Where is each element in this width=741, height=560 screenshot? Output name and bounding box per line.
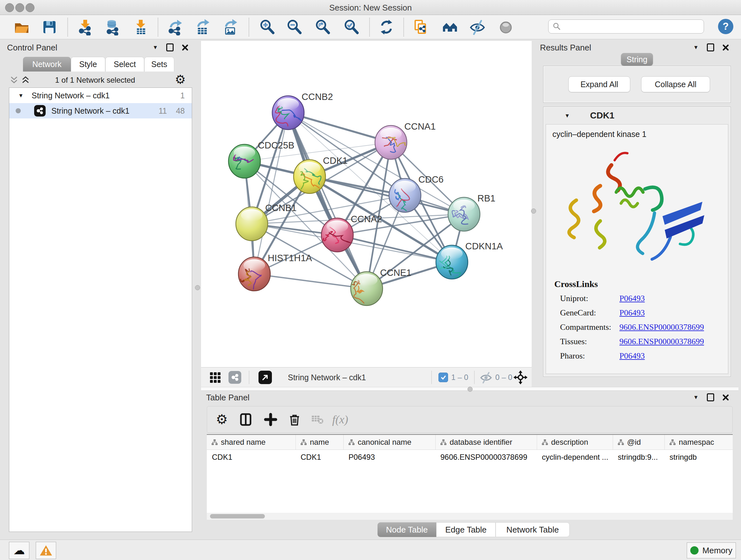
- network-node-CDKN1A[interactable]: [436, 245, 468, 279]
- export-image-button[interactable]: [221, 18, 239, 36]
- crosslink-row: Pharos:P06493: [560, 351, 645, 361]
- function-builder-button[interactable]: f(x): [331, 407, 350, 433]
- column-header-canonical-name[interactable]: canonical name: [343, 435, 435, 449]
- save-session-button[interactable]: [41, 18, 58, 36]
- delete-column-button[interactable]: [285, 407, 304, 433]
- zoom-selected-button[interactable]: [342, 18, 360, 36]
- zoom-in-button[interactable]: [258, 18, 276, 36]
- scrollbar-thumb[interactable]: [210, 514, 265, 518]
- network-node-CDC6[interactable]: [389, 179, 421, 212]
- houses-button[interactable]: [441, 18, 459, 36]
- crosslink-value[interactable]: 9606.ENSP00000378699: [619, 337, 704, 346]
- column-header-namespac[interactable]: namespac: [664, 435, 733, 449]
- panel-collapse-icon[interactable]: ▼: [152, 45, 158, 50]
- expand-all-networks-icon[interactable]: [21, 76, 30, 84]
- detach-view-button[interactable]: [259, 368, 272, 387]
- toolbar-separator: [403, 18, 404, 37]
- export-network-button[interactable]: [166, 18, 184, 36]
- network-node-CDK1[interactable]: [293, 160, 326, 193]
- export-table-button[interactable]: [193, 18, 211, 36]
- network-row-selected[interactable]: String Network – cdk1 11 48: [9, 103, 192, 118]
- delete-table-button[interactable]: [308, 407, 327, 433]
- save-floppy-icon: [41, 19, 58, 36]
- birds-eye-toggle-button[interactable]: [513, 368, 528, 387]
- memory-label: Memory: [702, 546, 732, 556]
- panel-float-icon[interactable]: [707, 44, 714, 51]
- zoom-out-button[interactable]: [285, 18, 303, 36]
- tab-node-table[interactable]: Node Table: [378, 522, 436, 537]
- panel-collapse-icon[interactable]: ▼: [693, 45, 698, 50]
- column-header-name[interactable]: name: [295, 435, 343, 449]
- table-cell: CDK1: [207, 450, 295, 464]
- section-collapse-icon[interactable]: ▼: [564, 113, 570, 118]
- gear-icon[interactable]: ⚙: [175, 73, 186, 85]
- tab-string[interactable]: String: [621, 53, 653, 66]
- show-hidden-button[interactable]: [497, 18, 515, 36]
- network-node-CCNB1[interactable]: [236, 207, 268, 241]
- network-node-CCNB2[interactable]: [272, 96, 304, 130]
- crosslink-value[interactable]: P06493: [619, 308, 645, 317]
- panel-collapse-icon[interactable]: ▼: [693, 395, 698, 400]
- clone-network-button[interactable]: [412, 18, 429, 36]
- warnings-button[interactable]: [36, 542, 56, 559]
- cdk1-section-header[interactable]: ▼ CDK1: [543, 107, 731, 124]
- network-collection-row[interactable]: ▼ String Network – cdk1 1: [9, 88, 192, 103]
- tab-network[interactable]: Network: [23, 57, 71, 71]
- panel-close-icon[interactable]: [723, 394, 729, 401]
- tab-network-table[interactable]: Network Table: [495, 522, 569, 537]
- checkbox-icon[interactable]: [439, 373, 448, 382]
- column-label: canonical name: [358, 438, 411, 447]
- collapse-all-button[interactable]: Collapse All: [641, 76, 710, 92]
- tree-expander-icon[interactable]: ▼: [18, 93, 23, 98]
- tab-style[interactable]: Style: [71, 57, 105, 71]
- hide-selected-button[interactable]: [468, 18, 486, 36]
- table-horizontal-scrollbar[interactable]: [207, 513, 733, 520]
- network-edge-HIST1H1A-CCNE1[interactable]: [254, 274, 367, 289]
- node-label-CCNB1: CCNB1: [265, 203, 296, 213]
- panel-float-icon[interactable]: [707, 393, 714, 401]
- show-columns-button[interactable]: [236, 407, 255, 433]
- import-network-database-button[interactable]: [104, 18, 121, 36]
- panel-close-icon[interactable]: [723, 44, 729, 51]
- network-grid-view-button[interactable]: [209, 368, 221, 387]
- network-edge-CCNB2-HIST1H1A[interactable]: [254, 113, 288, 274]
- open-session-button[interactable]: [13, 18, 30, 36]
- network-canvas[interactable]: CCNB2CCNA1CDC25BCDK1CDC6RB1CCNB1CCNA2CDK…: [201, 41, 532, 367]
- search-input[interactable]: [561, 22, 704, 31]
- toolbar-separator: [158, 18, 158, 37]
- import-network-file-button[interactable]: [76, 18, 94, 36]
- tab-select[interactable]: Select: [105, 57, 144, 71]
- table-settings-button[interactable]: ⚙: [212, 407, 231, 433]
- horizontal-splitter[interactable]: [201, 387, 738, 391]
- network-node-CDC25B[interactable]: [228, 144, 260, 178]
- zoom-fit-button[interactable]: [314, 18, 332, 36]
- cloud-status-button[interactable]: ☁: [9, 542, 29, 559]
- search-field[interactable]: [548, 19, 704, 34]
- column-header-shared-name[interactable]: shared name: [207, 435, 295, 449]
- collapse-all-networks-icon[interactable]: [10, 76, 18, 84]
- table-row[interactable]: CDK1CDK1P064939606.ENSP00000378699cyclin…: [207, 450, 733, 464]
- crosslink-value[interactable]: P06493: [619, 294, 645, 303]
- column-header-@id[interactable]: @id: [613, 435, 664, 449]
- memory-button[interactable]: Memory: [687, 543, 736, 558]
- edge-count: 48: [176, 106, 185, 116]
- panel-close-icon[interactable]: [182, 44, 188, 51]
- crosslink-label: Pharos:: [560, 351, 619, 361]
- network-node-CCNE1[interactable]: [344, 272, 383, 306]
- help-button[interactable]: ?: [718, 19, 733, 34]
- left-splitter-handle[interactable]: [195, 285, 200, 290]
- refresh-button[interactable]: [378, 18, 395, 36]
- network-share-view-button[interactable]: [228, 368, 241, 387]
- network-node-HIST1H1A[interactable]: [239, 257, 270, 291]
- add-column-button[interactable]: [261, 407, 280, 433]
- network-node-RB1[interactable]: [448, 197, 480, 231]
- panel-float-icon[interactable]: [166, 44, 174, 51]
- column-header-database-identifier[interactable]: database identifier: [435, 435, 537, 449]
- tab-sets[interactable]: Sets: [144, 57, 174, 71]
- import-table-button[interactable]: [132, 18, 150, 36]
- expand-all-button[interactable]: Expand All: [568, 76, 630, 92]
- tab-edge-table[interactable]: Edge Table: [436, 522, 495, 537]
- crosslink-value[interactable]: 9606.ENSP00000378699: [619, 322, 704, 332]
- column-header-description[interactable]: description: [537, 435, 613, 449]
- crosslink-value[interactable]: P06493: [619, 351, 645, 361]
